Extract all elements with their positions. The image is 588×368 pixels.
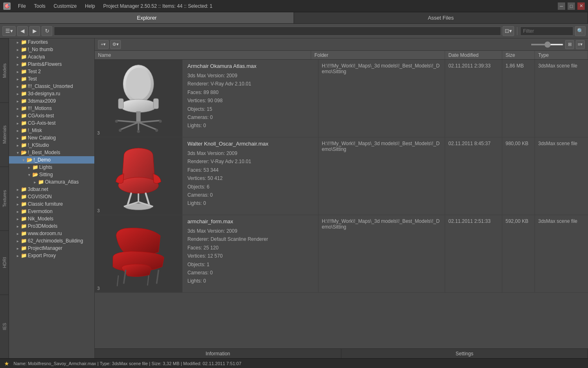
folder-icon-cgaxis: 📁 bbox=[20, 113, 27, 119]
menu-dropdown-button[interactable]: ☰▾ bbox=[2, 26, 16, 36]
side-label-materials[interactable]: Materials bbox=[0, 102, 9, 166]
tree-item-pro3d[interactable]: ▸📁Pro3DModels bbox=[9, 222, 94, 230]
tree-item-cgaxis2[interactable]: ▸📁CG-Axis-test bbox=[9, 119, 94, 127]
file-row-file3[interactable]: 3armchair_form.max3ds Max Version: 2009 … bbox=[95, 215, 588, 293]
maximize-button[interactable]: □ bbox=[568, 2, 575, 10]
tree-expand-favorites[interactable]: ▸ bbox=[15, 40, 20, 45]
tree-expand-no-thumb[interactable]: ▸ bbox=[15, 47, 20, 52]
tree-item-sitting[interactable]: ▾📂Sitting bbox=[9, 171, 94, 178]
tree-item-test2[interactable]: ▸📁Test 2 bbox=[9, 68, 94, 75]
path-input[interactable]: H:\!!!My_Work\!_Maps\_3d models\!_Best_M… bbox=[54, 27, 501, 36]
tree-item-test[interactable]: ▸📁Test bbox=[9, 75, 94, 83]
tree-expand-sitting[interactable]: ▾ bbox=[26, 173, 32, 177]
tree-expand-misk[interactable]: ▸ bbox=[15, 128, 20, 133]
add-button[interactable]: +▾ bbox=[98, 40, 109, 49]
tree-item-evermotion[interactable]: ▸📁Evermotion bbox=[9, 208, 94, 215]
settings-button[interactable]: Settings bbox=[341, 349, 588, 358]
tree-item-projman[interactable]: ▸📁ProjectManager bbox=[9, 245, 94, 252]
tree-expand-demo[interactable]: ▾ bbox=[20, 158, 26, 162]
forward-button[interactable]: ▶ bbox=[29, 26, 40, 36]
tree-expand-nik[interactable]: ▸ bbox=[15, 217, 20, 221]
file-row-file2[interactable]: 3Walter Knoll_Oscar_Armchair.max3ds Max … bbox=[95, 137, 588, 215]
tree-expand-designya[interactable]: ▸ bbox=[15, 92, 20, 96]
tree-expand-exportproxy[interactable]: ▸ bbox=[15, 254, 20, 258]
tree-item-exportproxy[interactable]: ▸📁Export Proxy bbox=[9, 252, 94, 259]
menu-help[interactable]: Help bbox=[83, 2, 97, 10]
tree-item-motions[interactable]: ▸📁!!!_Motions bbox=[9, 105, 94, 112]
tree-expand-doroom[interactable]: ▸ bbox=[15, 231, 20, 236]
tree-expand-test[interactable]: ▸ bbox=[15, 77, 20, 81]
tab-asset-files[interactable]: Asset Files bbox=[294, 12, 588, 23]
tree-expand-cgaxis[interactable]: ▸ bbox=[15, 114, 20, 118]
tree-item-best-models[interactable]: ▾📂!_Best_Models bbox=[9, 149, 94, 156]
tree-expand-okamura[interactable]: ▸ bbox=[32, 180, 38, 184]
tree-expand-plants[interactable]: ▸ bbox=[15, 62, 20, 67]
menu-customize[interactable]: Customize bbox=[52, 2, 78, 10]
menu-file[interactable]: File bbox=[16, 2, 27, 10]
side-label-hdri[interactable]: HDRI bbox=[0, 230, 9, 294]
tree-item-okamura[interactable]: ▸📁Okamura_Atlas bbox=[9, 178, 94, 186]
tree-expand-lights[interactable]: ▸ bbox=[26, 165, 32, 170]
tree-item-archi[interactable]: ▸📁62_Archimodels_Building bbox=[9, 237, 94, 245]
tree-expand-pro3d[interactable]: ▸ bbox=[15, 224, 20, 229]
options-button[interactable]: ⚙▾ bbox=[110, 40, 121, 49]
tree-expand-3dbar[interactable]: ▸ bbox=[15, 187, 20, 192]
tree-expand-best-models[interactable]: ▾ bbox=[15, 150, 20, 155]
back-button[interactable]: ◀ bbox=[17, 26, 28, 36]
minimize-button[interactable]: ─ bbox=[558, 2, 565, 10]
tree-expand-cgvision[interactable]: ▸ bbox=[15, 195, 20, 199]
list-view-button[interactable]: ≡▾ bbox=[576, 40, 585, 49]
tree-item-cgmax[interactable]: ▸📁3dsmax2009 bbox=[9, 97, 94, 105]
thumbnail-size-slider[interactable] bbox=[531, 44, 564, 45]
tree-expand-cgmax[interactable]: ▸ bbox=[15, 99, 20, 103]
col-header-date[interactable]: Date Modified bbox=[445, 51, 502, 59]
close-button[interactable]: ✕ bbox=[577, 2, 585, 10]
refresh-button[interactable]: ↻ bbox=[42, 26, 52, 36]
tree-expand-newcatalog[interactable]: ▸ bbox=[15, 136, 20, 140]
col-header-type[interactable]: Type bbox=[535, 51, 588, 59]
tree-item-classic[interactable]: ▸📁!!!_Classic_Unsorted bbox=[9, 83, 94, 90]
col-header-name[interactable]: Name bbox=[95, 51, 311, 59]
grid-view-button[interactable]: ⊞ bbox=[565, 40, 574, 49]
menu-tools[interactable]: Tools bbox=[32, 2, 47, 10]
tree-item-cgaxis[interactable]: ▸📁CGAxis-test bbox=[9, 112, 94, 119]
tree-expand-archi[interactable]: ▸ bbox=[15, 239, 20, 243]
tree-item-no-thumb[interactable]: ▸📁!_No thumb bbox=[9, 46, 94, 53]
tree-item-designya[interactable]: ▸📁3d-designya.ru bbox=[9, 90, 94, 97]
tree-expand-acaciya[interactable]: ▸ bbox=[15, 55, 20, 59]
filter-input[interactable] bbox=[520, 27, 573, 36]
search-button[interactable]: 🔍 bbox=[575, 26, 586, 36]
tree-item-lights[interactable]: ▸📁Lights bbox=[9, 164, 94, 171]
file-row-file1[interactable]: 3Armchair Okamura Atlas.max3ds Max Versi… bbox=[95, 60, 588, 137]
tree-item-doroom[interactable]: ▸📁www.doroom.ru bbox=[9, 230, 94, 237]
col-header-size[interactable]: Size bbox=[502, 51, 535, 59]
tree-item-classic-furn[interactable]: ▸📁Classic furniture bbox=[9, 200, 94, 208]
side-label-ies[interactable]: IES bbox=[0, 294, 9, 358]
tree-item-kstudio[interactable]: ▸📁!_KStudio bbox=[9, 141, 94, 149]
svg-point-1 bbox=[126, 67, 151, 100]
information-button[interactable]: Information bbox=[95, 349, 341, 358]
tree-item-misk[interactable]: ▸📁!_Misk bbox=[9, 127, 94, 134]
tree-item-acaciya[interactable]: ▸📁Acaciya bbox=[9, 53, 94, 61]
favorites-star[interactable]: ★ bbox=[4, 360, 9, 367]
col-header-folder[interactable]: Folder bbox=[311, 51, 445, 59]
tree-expand-motions[interactable]: ▸ bbox=[15, 106, 20, 111]
tree-expand-evermotion[interactable]: ▸ bbox=[15, 209, 20, 214]
side-label-models[interactable]: Models bbox=[0, 38, 9, 102]
tab-explorer[interactable]: Explorer bbox=[0, 12, 294, 23]
tree-item-nik[interactable]: ▸📁Nik_Models bbox=[9, 215, 94, 222]
tree-expand-projman[interactable]: ▸ bbox=[15, 246, 20, 251]
tree-expand-cgaxis2[interactable]: ▸ bbox=[15, 121, 20, 126]
tree-item-cgvision[interactable]: ▸📁CGVISION bbox=[9, 193, 94, 200]
tree-item-newcatalog[interactable]: ▸📁New Catalog bbox=[9, 134, 94, 141]
tree-expand-classic-furn[interactable]: ▸ bbox=[15, 202, 20, 206]
side-label-textures[interactable]: Textures bbox=[0, 166, 9, 230]
tree-expand-kstudio[interactable]: ▸ bbox=[15, 143, 20, 148]
tree-expand-classic[interactable]: ▸ bbox=[15, 84, 20, 89]
tree-item-3dbar[interactable]: ▸📁3dbar.net bbox=[9, 186, 94, 193]
tree-item-demo[interactable]: ▾📂!_Demo bbox=[9, 156, 94, 164]
tree-item-plants[interactable]: ▸📁Plants&Flowers bbox=[9, 61, 94, 68]
path-browse-button[interactable]: ⊡▾ bbox=[503, 26, 514, 36]
tree-item-favorites[interactable]: ▸📁Favorites bbox=[9, 38, 94, 46]
tree-expand-test2[interactable]: ▸ bbox=[15, 70, 20, 74]
